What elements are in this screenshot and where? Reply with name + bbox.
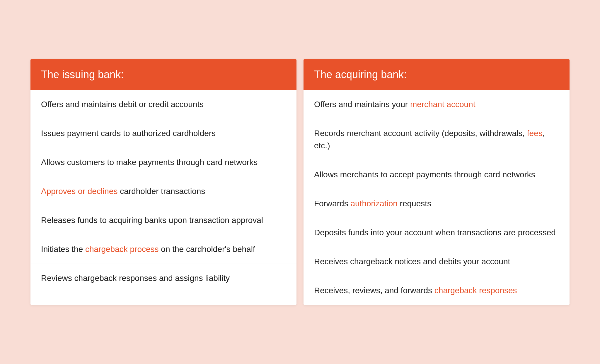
acquiring-item-4-text-after: requests [398, 199, 431, 208]
acquiring-item-1: Offers and maintains your merchant accou… [304, 90, 570, 119]
issuing-item-1: Offers and maintains debit or credit acc… [30, 90, 296, 119]
acquiring-bank-body: Offers and maintains your merchant accou… [304, 90, 570, 305]
acquiring-item-1-text-before: Offers and maintains your [314, 100, 410, 109]
issuing-item-3-text: Allows customers to make payments throug… [41, 158, 258, 167]
issuing-bank-card: The issuing bank: Offers and maintains d… [30, 59, 296, 305]
issuing-item-1-text: Offers and maintains debit or credit acc… [41, 100, 204, 109]
issuing-item-4-text: cardholder transactions [117, 187, 205, 196]
acquiring-item-7: Receives, reviews, and forwards chargeba… [304, 276, 570, 305]
acquiring-item-2-highlight: fees [527, 129, 543, 138]
issuing-item-6-text-before: Initiates the [41, 245, 85, 254]
acquiring-item-2-text-before: Records merchant account activity (depos… [314, 129, 527, 138]
issuing-bank-header: The issuing bank: [30, 59, 296, 90]
acquiring-item-7-text-before: Receives, reviews, and forwards [314, 286, 434, 295]
acquiring-item-5-text: Deposits funds into your account when tr… [314, 228, 556, 237]
issuing-item-4: Approves or declines cardholder transact… [30, 177, 296, 206]
acquiring-item-3: Allows merchants to accept payments thro… [304, 160, 570, 189]
page-container: The issuing bank: Offers and maintains d… [13, 42, 587, 322]
acquiring-item-1-highlight: merchant account [410, 100, 475, 109]
issuing-item-7-text: Reviews chargeback responses and assigns… [41, 274, 230, 283]
acquiring-item-7-highlight: chargeback responses [434, 286, 517, 295]
acquiring-bank-card: The acquiring bank: Offers and maintains… [304, 59, 570, 305]
issuing-bank-body: Offers and maintains debit or credit acc… [30, 90, 296, 293]
issuing-bank-title: The issuing bank: [41, 68, 286, 81]
issuing-item-6-highlight: chargeback process [85, 245, 159, 254]
acquiring-item-4-highlight: authorization [350, 199, 397, 208]
issuing-item-3: Allows customers to make payments throug… [30, 148, 296, 177]
issuing-item-6: Initiates the chargeback process on the … [30, 235, 296, 264]
acquiring-item-4-text-before: Forwards [314, 199, 350, 208]
acquiring-bank-title: The acquiring bank: [314, 68, 559, 81]
acquiring-item-6: Receives chargeback notices and debits y… [304, 247, 570, 276]
acquiring-item-2: Records merchant account activity (depos… [304, 119, 570, 160]
issuing-item-6-text-after: on the cardholder's behalf [159, 245, 255, 254]
issuing-item-5: Releases funds to acquiring banks upon t… [30, 206, 296, 235]
acquiring-item-4: Forwards authorization requests [304, 189, 570, 218]
issuing-item-2: Issues payment cards to authorized cardh… [30, 119, 296, 148]
issuing-item-7: Reviews chargeback responses and assigns… [30, 264, 296, 293]
acquiring-item-6-text: Receives chargeback notices and debits y… [314, 257, 510, 266]
issuing-item-2-text: Issues payment cards to authorized cardh… [41, 129, 216, 138]
acquiring-item-3-text: Allows merchants to accept payments thro… [314, 170, 535, 179]
issuing-item-4-highlight: Approves or declines [41, 187, 117, 196]
issuing-item-5-text: Releases funds to acquiring banks upon t… [41, 216, 263, 225]
acquiring-bank-header: The acquiring bank: [304, 59, 570, 90]
acquiring-item-5: Deposits funds into your account when tr… [304, 218, 570, 247]
